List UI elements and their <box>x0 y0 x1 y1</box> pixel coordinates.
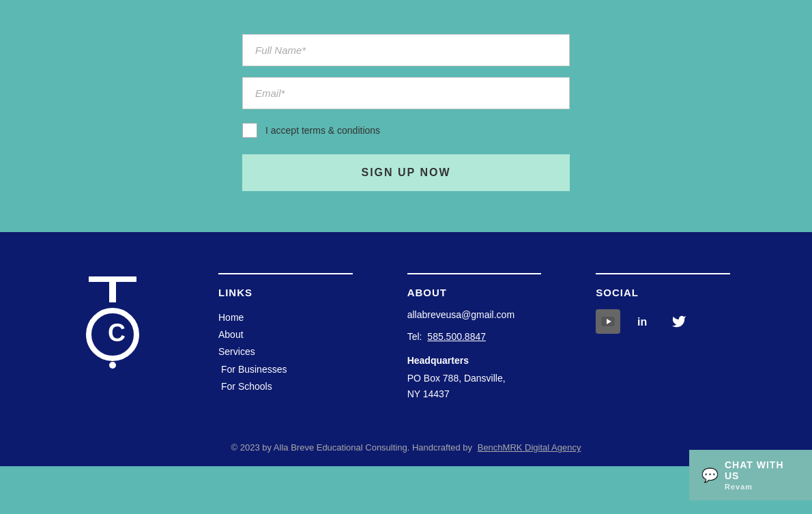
linkedin-icon[interactable]: in <box>631 309 656 334</box>
youtube-icon[interactable] <box>596 309 620 334</box>
about-title: ABOUT <box>407 287 542 298</box>
chat-main-text: CHAT WITH US <box>725 459 800 481</box>
svg-point-4 <box>109 362 116 369</box>
nav-link-for-businesses[interactable]: For Businesses <box>218 361 353 378</box>
social-divider <box>596 273 730 274</box>
twitter-icon[interactable] <box>667 309 691 334</box>
contact-email: allabreveusa@gmail.com <box>407 309 542 320</box>
svg-text:in: in <box>637 316 647 328</box>
nav-link-for-schools[interactable]: For Schools <box>218 378 353 395</box>
agency-link[interactable]: BenchMRK Digital Agency <box>478 442 581 453</box>
links-title: LINKS <box>218 287 353 298</box>
logo-svg: C <box>82 273 143 369</box>
terms-label: I accept terms & conditions <box>265 125 380 136</box>
signup-section: I accept terms & conditions SIGN UP NOW <box>0 0 812 232</box>
chat-sub-text: Revam <box>725 483 800 491</box>
svg-rect-0 <box>89 276 136 282</box>
svg-rect-1 <box>109 282 116 302</box>
copyright-text: © 2023 by Alla Breve Educational Consult… <box>231 442 473 453</box>
footer-logo: C <box>82 273 164 371</box>
contact-tel: Tel: 585.500.8847 <box>407 331 542 342</box>
tel-number[interactable]: 585.500.8847 <box>427 331 486 342</box>
hq-title: Headquarters <box>407 353 542 368</box>
footer-links-col: LINKS Home About Services For Businesses… <box>218 273 353 395</box>
nav-link-services[interactable]: Services <box>218 343 353 360</box>
footer-about-col: ABOUT allabreveusa@gmail.com Tel: 585.50… <box>407 273 542 401</box>
chat-icon: 💬 <box>701 467 719 483</box>
email-input[interactable] <box>242 77 570 109</box>
social-icons-row: in <box>596 309 730 334</box>
headquarters: Headquarters PO Box 788, Dansville,NY 14… <box>407 353 542 401</box>
nav-link-home[interactable]: Home <box>218 309 353 326</box>
about-divider <box>407 273 542 274</box>
terms-checkbox[interactable] <box>242 123 257 138</box>
links-divider <box>218 273 353 274</box>
nav-link-about[interactable]: About <box>218 326 353 343</box>
svg-text:C: C <box>108 319 126 347</box>
chat-widget[interactable]: 💬 CHAT WITH US Revam <box>689 450 812 500</box>
signup-form: I accept terms & conditions SIGN UP NOW <box>242 34 570 191</box>
signup-button[interactable]: SIGN UP NOW <box>242 154 570 191</box>
social-title: SOCIAL <box>596 287 730 298</box>
footer-copyright: © 2023 by Alla Breve Educational Consult… <box>82 429 730 453</box>
tel-label: Tel: <box>407 331 422 342</box>
hq-address: PO Box 788, Dansville,NY 14437 <box>407 371 542 401</box>
footer-main: C LINKS Home About Services For Business… <box>82 273 730 429</box>
chat-text-block: CHAT WITH US Revam <box>725 459 800 491</box>
terms-row: I accept terms & conditions <box>242 123 570 138</box>
full-name-input[interactable] <box>242 34 570 66</box>
footer-social-col: SOCIAL in <box>596 273 730 334</box>
footer: C LINKS Home About Services For Business… <box>0 232 812 466</box>
